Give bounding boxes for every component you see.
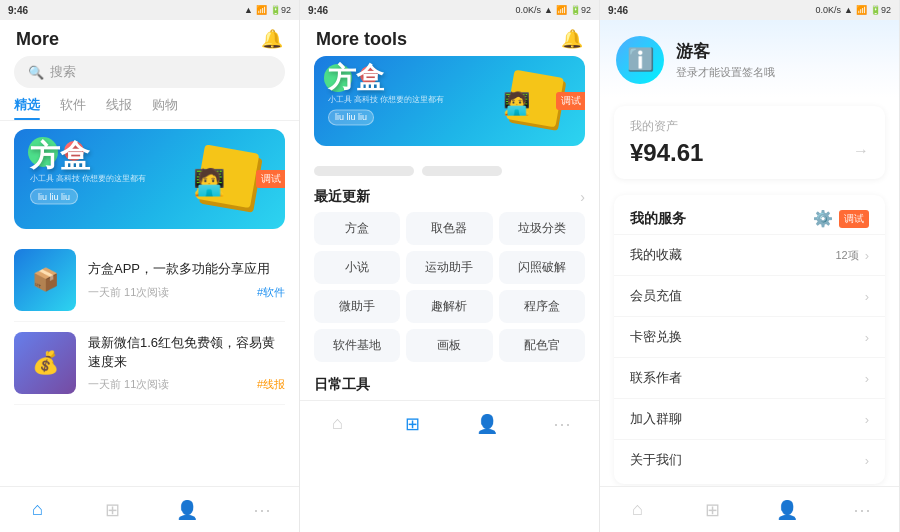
assets-value: ¥94.61 — [630, 139, 703, 167]
service-label: 卡密兑换 — [630, 328, 682, 346]
nav-grid-3[interactable]: ⊞ — [675, 487, 750, 532]
nav-home-1[interactable]: ⌂ — [0, 487, 75, 532]
tool-btn[interactable]: 取色器 — [406, 212, 492, 245]
nav-user-1[interactable]: 👤 — [150, 487, 225, 532]
panel-more: 9:46 ▲ 📶 🔋92 More 🔔 🔍 搜索 精选 软件 线报 购物 🧑‍💻… — [0, 0, 300, 532]
tool-btn[interactable]: 运动助手 — [406, 251, 492, 284]
news-meta-0: 一天前 11次阅读 #软件 — [88, 285, 285, 300]
bell-icon-2[interactable]: 🔔 — [561, 28, 583, 50]
person-figure: 🧑‍💻 — [193, 167, 225, 198]
network-icon-2: 0.0K/s — [516, 5, 542, 15]
service-item[interactable]: 联系作者 › — [614, 357, 885, 398]
wifi-icon-1: 📶 — [256, 5, 267, 15]
bottom-nav-2: ⌂ ⊞ 👤 ⋯ — [300, 400, 599, 446]
service-item[interactable]: 我的收藏 12项 › — [614, 234, 885, 275]
service-item[interactable]: 卡密兑换 › — [614, 316, 885, 357]
service-label: 我的收藏 — [630, 246, 682, 264]
grid-icon-1: ⊞ — [105, 499, 120, 521]
news-card-1[interactable]: 💰 最新微信1.6红包免费领，容易黄速度来 一天前 11次阅读 #线报 — [14, 322, 285, 405]
assets-row: ¥94.61 → — [630, 135, 869, 167]
daily-tools-title: 日常工具 — [300, 370, 599, 400]
debug-badge-1: 调试 — [256, 170, 285, 188]
service-item[interactable]: 关于我们 › — [614, 439, 885, 480]
nav-home-3[interactable]: ⌂ — [600, 487, 675, 532]
services-card: 我的服务 ⚙️ 调试 我的收藏 12项 › 会员充值 › 卡密兑换 › 联系作者… — [614, 195, 885, 484]
assets-arrow-icon: → — [853, 142, 869, 160]
service-right: 12项 › — [835, 248, 869, 263]
tab-featured[interactable]: 精选 — [14, 96, 40, 120]
banner-btn-2[interactable]: liu liu liu — [328, 109, 374, 125]
banner-subtitle-2: 小工具 高科技 你想要的这里都有 — [328, 94, 444, 105]
assets-label: 我的资产 — [630, 118, 869, 135]
search-bar[interactable]: 🔍 搜索 — [14, 56, 285, 88]
bottom-nav-1: ⌂ ⊞ 👤 ⋯ — [0, 486, 299, 532]
tool-btn[interactable]: 程序盒 — [499, 290, 585, 323]
service-label: 加入群聊 — [630, 410, 682, 428]
header-more-tools: More tools 🔔 — [300, 20, 599, 56]
thumb-1: 💰 — [14, 332, 76, 394]
nav-home-2[interactable]: ⌂ — [300, 401, 375, 446]
chevron-icon: › — [865, 289, 869, 304]
status-icons-2: 0.0K/s ▲ 📶 🔋92 — [516, 5, 591, 15]
header-more: More 🔔 — [0, 20, 299, 56]
more-title: More — [16, 29, 59, 50]
status-icons-3: 0.0K/s ▲ 📶 🔋92 — [816, 5, 891, 15]
nav-more-3[interactable]: ⋯ — [824, 487, 899, 532]
service-item[interactable]: 加入群聊 › — [614, 398, 885, 439]
thumb-0: 📦 — [14, 249, 76, 311]
service-label: 关于我们 — [630, 451, 682, 469]
nav-user-2[interactable]: 👤 — [450, 401, 525, 446]
banner-subtitle-1: 小工具 高科技 你想要的这里都有 — [30, 173, 146, 184]
tool-btn[interactable]: 闪照破解 — [499, 251, 585, 284]
tool-btn[interactable]: 小说 — [314, 251, 400, 284]
nav-user-3[interactable]: 👤 — [750, 487, 825, 532]
profile-info: 游客 登录才能设置签名哦 — [676, 40, 775, 80]
assets-card[interactable]: 我的资产 ¥94.61 → — [614, 106, 885, 179]
tool-btn[interactable]: 软件基地 — [314, 329, 400, 362]
banner-text: 方盒 小工具 高科技 你想要的这里都有 liu liu liu — [30, 141, 146, 205]
nav-more-1[interactable]: ⋯ — [224, 487, 299, 532]
tool-btn[interactable]: 配色官 — [499, 329, 585, 362]
recent-updates-title: 最近更新 — [314, 188, 370, 206]
tool-btn[interactable]: 趣解析 — [406, 290, 492, 323]
signal-icon-3: ▲ — [844, 5, 853, 15]
service-item[interactable]: 会员充值 › — [614, 275, 885, 316]
banner-btn-1[interactable]: liu liu liu — [30, 189, 78, 205]
tab-deals[interactable]: 线报 — [106, 96, 132, 120]
banner-1[interactable]: 🧑‍💻 方盒 小工具 高科技 你想要的这里都有 liu liu liu 调试 — [14, 129, 285, 229]
nav-grid-1[interactable]: ⊞ — [75, 487, 150, 532]
tab-shopping[interactable]: 购物 — [152, 96, 178, 120]
loading-lines — [300, 158, 599, 180]
banner-2[interactable]: 🧑‍💻 方盒 小工具 高科技 你想要的这里都有 liu liu liu 调试 — [314, 56, 585, 146]
services-header: 我的服务 ⚙️ 调试 — [614, 199, 885, 234]
person-figure-2: 🧑‍💻 — [503, 91, 530, 117]
recent-updates-arrow[interactable]: › — [580, 189, 585, 205]
tool-btn[interactable]: 方盒 — [314, 212, 400, 245]
news-title-1: 最新微信1.6红包免费领，容易黄速度来 — [88, 334, 285, 370]
username: 游客 — [676, 40, 775, 63]
more-icon-2: ⋯ — [553, 413, 571, 435]
more-icon-3: ⋯ — [853, 499, 871, 521]
banner-text-2: 方盒 小工具 高科技 你想要的这里都有 liu liu liu — [328, 64, 444, 125]
bell-icon-1[interactable]: 🔔 — [261, 28, 283, 50]
tool-btn[interactable]: 垃圾分类 — [499, 212, 585, 245]
gear-icon[interactable]: ⚙️ — [813, 209, 833, 228]
news-tag-1: #线报 — [257, 377, 285, 392]
nav-grid-2[interactable]: ⊞ — [375, 401, 450, 446]
service-items: 我的收藏 12项 › 会员充值 › 卡密兑换 › 联系作者 › 加入群聊 › 关… — [614, 234, 885, 480]
service-label: 联系作者 — [630, 369, 682, 387]
news-card-0[interactable]: 📦 方盒APP，一款多功能分享应用 一天前 11次阅读 #软件 — [14, 239, 285, 322]
search-placeholder: 搜索 — [50, 63, 76, 81]
load-line-1 — [314, 166, 414, 176]
content-scroll-1: 📦 方盒APP，一款多功能分享应用 一天前 11次阅读 #软件 💰 最新微信1.… — [0, 239, 299, 486]
nav-more-2[interactable]: ⋯ — [524, 401, 599, 446]
tool-btn[interactable]: 画板 — [406, 329, 492, 362]
grid-icon-2: ⊞ — [405, 413, 420, 435]
tab-software[interactable]: 软件 — [60, 96, 86, 120]
news-time-1: 一天前 11次阅读 — [88, 377, 169, 392]
panel-profile: 9:46 0.0K/s ▲ 📶 🔋92 ℹ️ 游客 登录才能设置签名哦 我的资产… — [600, 0, 900, 532]
home-icon-2: ⌂ — [332, 413, 343, 434]
tool-btn[interactable]: 微助手 — [314, 290, 400, 323]
grid-icon-3: ⊞ — [705, 499, 720, 521]
news-meta-1: 一天前 11次阅读 #线报 — [88, 377, 285, 392]
